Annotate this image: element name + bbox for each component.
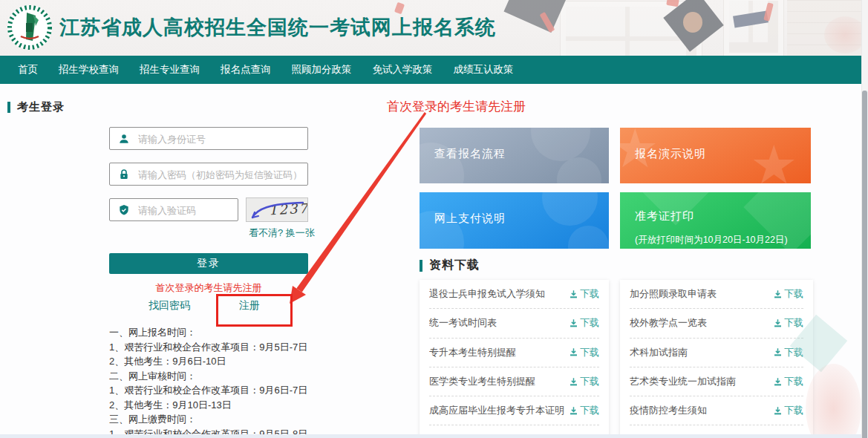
download-button[interactable]: 下载	[569, 316, 599, 330]
wall-tiles-decoration	[787, 0, 868, 56]
captcha-field-wrapper	[109, 198, 238, 221]
window-decoration	[724, 0, 783, 56]
download-icon	[569, 318, 578, 328]
tassel-decoration	[540, 12, 555, 33]
download-button[interactable]: 下载	[569, 375, 599, 388]
download-label: 下载	[580, 287, 599, 301]
nav-item[interactable]: 招生学校查询	[57, 61, 120, 79]
login-button[interactable]: 登录	[109, 253, 308, 274]
bottom-strip	[0, 434, 868, 438]
decoration	[806, 364, 861, 438]
card-online-payment[interactable]: 网上支付说明	[420, 192, 609, 249]
site-logo	[6, 4, 53, 51]
downloads-panel-right: 加分照顾录取申请表 下载 校外教学点一览表 下载	[620, 280, 813, 438]
schedule-line: 1、艰苦行业和校企合作改革项目：9月6日-7日	[109, 383, 307, 398]
nav-item[interactable]: 照顾加分政策	[290, 61, 353, 79]
captcha-glyphs: 1237	[247, 198, 307, 221]
download-label: 下载	[784, 287, 803, 301]
card-decoration	[568, 226, 609, 249]
download-button[interactable]: 下载	[569, 287, 599, 301]
download-name: 术科加试指南	[630, 346, 688, 359]
download-icon	[773, 406, 783, 416]
cap-decoration	[683, 12, 702, 33]
download-button[interactable]: 下载	[773, 404, 803, 417]
first-login-note: 首次登录的考生请先注册	[109, 281, 308, 295]
header: 江苏省成人高校招生全国统一考试网上报名系统	[0, 0, 868, 56]
download-button[interactable]: 下载	[773, 346, 803, 359]
tassel-decoration	[666, 0, 679, 7]
captcha-refresh-link[interactable]: 看不清? 换一张	[249, 226, 315, 240]
download-label: 下载	[784, 375, 803, 388]
download-name: 退役士兵申报免试入学须知	[429, 287, 545, 301]
captcha-image[interactable]: 1237	[246, 197, 308, 222]
schedule-line: 一、网上报名时间：	[109, 325, 307, 340]
schedule-line: 2、其他考生：9月6日-10日	[109, 354, 307, 369]
card-print-admission-ticket[interactable]: 准考证打印 (开放打印时间为10月20日-10月22日)	[620, 192, 811, 249]
annotation-register-note: 首次登录的考生请先注册	[387, 98, 526, 115]
nav-item[interactable]: 招生专业查询	[138, 61, 201, 79]
downloads-section-title: 资料下载	[429, 258, 480, 273]
download-button[interactable]: 下载	[569, 346, 599, 359]
download-button[interactable]: 下载	[773, 287, 803, 301]
password-field-wrapper	[109, 163, 308, 186]
nav-item[interactable]: 首页	[16, 61, 39, 79]
download-label: 下载	[784, 346, 803, 359]
card-note: (开放打印时间为10月20日-10月22日)	[635, 234, 788, 246]
download-row: 加分照顾录取申请表 下载	[630, 280, 803, 309]
download-name: 加分照顾录取申请表	[630, 287, 717, 301]
card-decoration	[531, 128, 590, 161]
pink-smudge-decoration	[824, 16, 866, 53]
scrollbar[interactable]	[861, 0, 868, 438]
captcha-input[interactable]	[137, 199, 238, 222]
register-link[interactable]: 注册	[239, 299, 260, 313]
download-row: 退役士兵申报免试入学须知 下载	[429, 280, 599, 309]
password-input[interactable]	[137, 163, 307, 186]
downloads-section-header: 资料下载	[420, 258, 480, 273]
download-label: 下载	[580, 404, 599, 417]
card-label: 网上支付说明	[434, 212, 506, 226]
download-row: 疫情防控考生须知 下载	[630, 396, 803, 425]
download-button[interactable]: 下载	[569, 404, 599, 417]
nav-item[interactable]: 免试入学政策	[371, 61, 434, 79]
download-icon	[773, 318, 783, 328]
user-icon	[118, 133, 130, 145]
scrollbar-thumb[interactable]	[862, 91, 867, 438]
download-label: 下载	[580, 375, 599, 388]
download-row: 艺术类专业统一加试指南 下载	[630, 367, 803, 396]
downloads-panel-left: 退役士兵申报免试入学须知 下载 统一考试时间表 下载	[420, 280, 609, 438]
id-number-input[interactable]	[137, 128, 307, 151]
page-title: 江苏省成人高校招生全国统一考试网上报名系统	[59, 14, 496, 41]
tassel-decoration	[763, 2, 774, 21]
lock-icon	[118, 169, 130, 180]
card-decoration	[542, 192, 598, 226]
download-row: 成高应届毕业生报考专升本证明 下载	[429, 396, 599, 425]
download-label: 下载	[580, 316, 599, 330]
window-decoration	[561, 1, 702, 56]
download-button[interactable]: 下载	[773, 316, 803, 330]
download-label: 下载	[784, 316, 803, 330]
section-accent-bar	[420, 260, 422, 272]
download-button[interactable]: 下载	[773, 375, 803, 388]
download-row: 专升本考生特别提醒 下载	[429, 339, 599, 367]
nav-item[interactable]: 报名点查询	[219, 61, 273, 79]
download-row: 校外教学点一览表 下载	[630, 309, 803, 338]
page: 江苏省成人高校招生全国统一考试网上报名系统 首页 招生学校查询 招生专业查询 报…	[0, 0, 868, 438]
login-section-header: 考生登录	[7, 100, 65, 114]
download-row: 统一考试时间表 下载	[429, 309, 599, 338]
card-demo-instructions[interactable]: ★ ★ 报名演示说明	[620, 128, 811, 183]
registration-schedule: 一、网上报名时间： 1、艰苦行业和校企合作改革项目：9月5日-7日 2、其他考生…	[109, 325, 307, 438]
download-label: 下载	[784, 404, 803, 417]
id-field-wrapper	[109, 127, 308, 150]
card-decoration: ★	[750, 138, 798, 183]
card-view-process[interactable]: 查看报名流程	[420, 128, 609, 183]
download-icon	[773, 377, 783, 387]
download-icon	[569, 290, 578, 299]
cap-decoration	[503, 0, 567, 33]
schedule-line: 1、艰苦行业和校企合作改革项目：9月5日-7日	[109, 340, 307, 355]
schedule-line: 三、网上缴费时间：	[109, 412, 307, 427]
download-name: 艺术类专业统一加试指南	[630, 375, 736, 388]
card-decoration	[557, 157, 601, 183]
download-name: 医学类专业考生特别提醒	[429, 375, 535, 388]
nav-item[interactable]: 成绩互认政策	[452, 61, 515, 79]
forgot-password-link[interactable]: 找回密码	[149, 299, 190, 313]
